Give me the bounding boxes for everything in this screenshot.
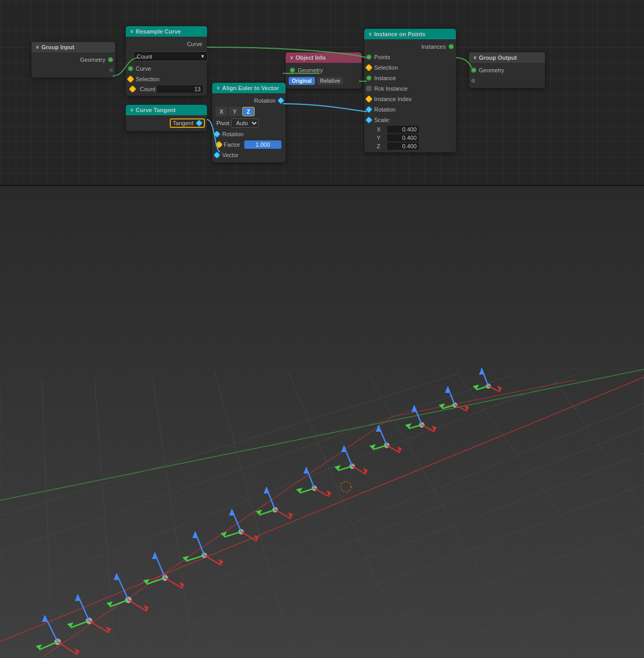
curve-tangent-body: Tangent <box>126 115 207 131</box>
curve-label-row: Curve <box>126 39 207 49</box>
align-euler-title: Align Euler to Vector <box>222 85 279 91</box>
vector-label: Vector <box>222 152 238 158</box>
obj-geometry-socket <box>290 68 295 73</box>
viewport-svg <box>0 186 644 658</box>
scale-y-row: Y 0.400 <box>364 134 456 142</box>
blank-out-socket <box>471 79 475 83</box>
rck-instance-label: Rck Instance <box>374 85 408 92</box>
count-diamond <box>129 85 136 93</box>
rotation-input-row: Rotation <box>212 129 286 139</box>
count-dropdown[interactable]: Count ▾ <box>133 51 208 61</box>
instance-on-points-body: Instances Points Selection Instance Rck <box>364 39 456 152</box>
curve-socket-row: Curve <box>126 63 207 74</box>
collapse-icon-6: ∨ <box>368 31 372 37</box>
tangent-label: Tangent <box>173 120 193 126</box>
y-button[interactable]: Y <box>228 107 241 116</box>
factor-label: Factor <box>224 141 240 148</box>
instances-label: Instances <box>421 43 446 50</box>
svg-rect-0 <box>0 186 644 658</box>
rck-instance-row: Rck Instance <box>364 83 456 94</box>
group-output-header: ∨ Group Output <box>469 52 545 63</box>
curve-socket <box>128 66 133 71</box>
count-value-row: Count 13 <box>126 84 207 94</box>
pivot-dropdown[interactable]: Auto <box>231 118 259 128</box>
group-input-node: ∨ Group Input Geometry <box>31 42 115 78</box>
blank-socket-row <box>31 65 115 75</box>
blank-out-row <box>469 75 545 86</box>
curve-tangent-node: ∨ Curve Tangent Tangent <box>126 105 207 131</box>
selection-socket <box>127 75 134 83</box>
scale-z-val[interactable]: 0.400 <box>387 142 419 150</box>
align-euler-header: ∨ Align Euler to Vector <box>212 83 286 93</box>
selection-socket-row: Selection <box>126 74 207 84</box>
geometry-socket <box>108 57 113 62</box>
obj-geometry-row: Geometry <box>286 65 362 75</box>
instance-on-points-title: Instance on Points <box>374 31 425 37</box>
rotation-out-label: Rotation <box>254 97 276 104</box>
instance2-row: Instance <box>364 73 456 83</box>
count-dropdown-label: Count <box>137 53 152 60</box>
resample-curve-header: ∨ Resample Curve <box>126 26 207 37</box>
points-label: Points <box>374 54 390 60</box>
original-button[interactable]: Original <box>289 77 315 85</box>
group-output-title: Group Output <box>479 54 517 61</box>
xyz-buttons: X Y Z <box>212 106 286 117</box>
rotation-out-socket <box>277 97 285 104</box>
group-input-title: Group Input <box>41 44 74 50</box>
curve-label: Curve <box>187 41 202 47</box>
rotation-output-row: Rotation <box>212 95 286 106</box>
instance-index-row: Instance Index <box>364 94 456 104</box>
vector-socket <box>213 151 221 159</box>
align-euler-node: ∨ Align Euler to Vector Rotation X Y Z <box>212 83 286 162</box>
group-input-body: Geometry <box>31 52 115 78</box>
scale-x-label: X <box>377 126 385 133</box>
blank-socket <box>109 68 113 72</box>
relative-button[interactable]: Relative <box>317 77 343 85</box>
count-dropdown-container[interactable]: Count ▾ <box>126 49 207 63</box>
curve-tangent-title: Curve Tangent <box>136 107 176 113</box>
scale-z-row: Z 0.400 <box>364 142 456 150</box>
scale-x-val[interactable]: 0.400 <box>387 126 419 133</box>
object-info-node: ∨ Object Info Geometry Original Relative <box>286 52 362 89</box>
connections-svg <box>0 0 644 185</box>
collapse-icon-7: ∨ <box>473 55 477 60</box>
geometry-out-row: Geometry <box>469 65 545 75</box>
scale-row: Scale: <box>364 115 456 125</box>
object-info-header: ∨ Object Info <box>286 52 362 63</box>
count-value-field[interactable]: 13 <box>157 85 203 93</box>
group-output-body: Geometry <box>469 63 545 88</box>
factor-value[interactable]: 1.000 <box>244 140 281 149</box>
object-info-title: Object Info <box>296 54 325 61</box>
group-output-node: ∨ Group Output Geometry <box>469 52 545 88</box>
instance-on-points-node: ∨ Instance on Points Instances Points Se… <box>364 29 456 152</box>
tangent-highlight: Tangent <box>170 118 205 128</box>
x-button[interactable]: X <box>215 107 227 116</box>
points-row: Points <box>364 52 456 62</box>
curve-socket-label: Curve <box>136 65 151 72</box>
collapse-icon: ∨ <box>36 45 39 50</box>
scale-z-label: Z <box>377 143 385 149</box>
rotation2-socket <box>365 106 373 113</box>
group-input-header: ∨ Group Input <box>31 42 115 52</box>
selection2-label: Selection <box>374 64 398 71</box>
selection2-row: Selection <box>364 62 456 73</box>
geometry-out-socket <box>471 68 476 73</box>
vector-row: Vector <box>212 150 286 160</box>
tangent-row: Tangent <box>126 117 207 129</box>
instance2-label: Instance <box>374 75 396 81</box>
scale-label: Scale: <box>374 117 390 123</box>
collapse-icon-5: ∨ <box>216 85 220 91</box>
collapse-icon-3: ∨ <box>290 55 293 60</box>
resample-curve-title: Resample Curve <box>136 28 181 35</box>
scale-y-label: Y <box>377 135 385 141</box>
z-button[interactable]: Z <box>242 107 255 116</box>
pivot-label: Pivot <box>216 120 229 126</box>
instances-row: Instances <box>364 41 456 52</box>
instance-index-label: Instance Index <box>374 96 412 102</box>
dropdown-arrow: ▾ <box>201 53 204 60</box>
rotation2-label: Rotation <box>374 106 396 113</box>
scale-y-val[interactable]: 0.400 <box>387 134 419 141</box>
selection-label: Selection <box>136 76 159 82</box>
instance2-socket <box>366 75 372 81</box>
resample-curve-body: Curve Count ▾ Curve Selection Count 13 <box>126 37 207 96</box>
